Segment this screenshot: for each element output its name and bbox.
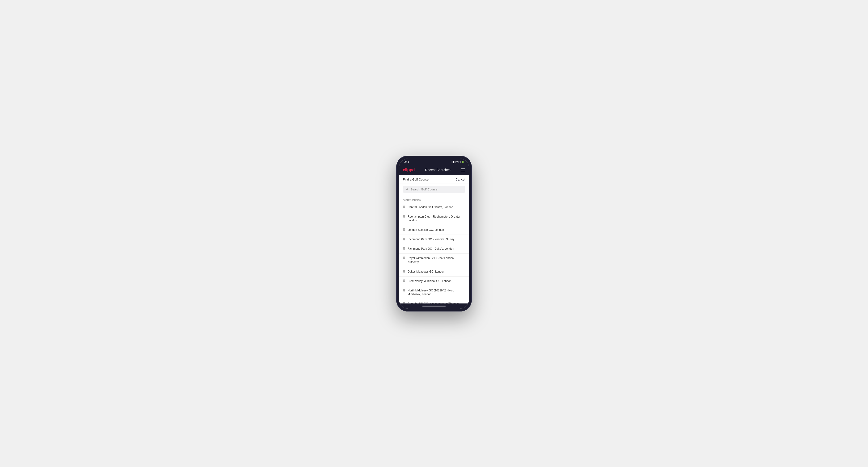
signal-icon: ▐▐▐ (451, 161, 456, 163)
svg-point-3 (404, 216, 404, 217)
course-list-item[interactable]: Royal Wimbledon GC, Great London Authori… (399, 254, 469, 267)
battery-icon: 🔋 (462, 161, 464, 163)
svg-point-2 (404, 206, 404, 207)
phone-device: 9:41 ▐▐▐ WiFi 🔋 clippd Recent Searches F… (396, 156, 472, 311)
status-icons: ▐▐▐ WiFi 🔋 (451, 161, 464, 163)
menu-bar-3 (461, 171, 465, 171)
home-indicator (399, 304, 469, 309)
wifi-icon: WiFi (457, 161, 461, 163)
phone-notch (422, 159, 446, 164)
course-list-item[interactable]: Central London Golf Centre, London (399, 203, 469, 212)
svg-point-4 (404, 229, 404, 230)
menu-icon[interactable] (461, 168, 465, 171)
location-pin-icon (403, 289, 405, 292)
course-name: Roehampton Club - Roehampton, Greater Lo… (408, 215, 465, 223)
cancel-button[interactable]: Cancel (456, 178, 465, 181)
find-header: Find a Golf Course Cancel (399, 175, 469, 184)
svg-point-5 (404, 238, 404, 239)
phone-screen: 9:41 ▐▐▐ WiFi 🔋 clippd Recent Searches F… (399, 159, 469, 309)
course-list-item[interactable]: Dukes Meadows GC, London (399, 267, 469, 277)
course-name: Central London Golf Centre, London (408, 205, 453, 209)
find-label: Find a Golf Course (403, 178, 429, 181)
home-bar (422, 306, 446, 307)
course-list: Central London Golf Centre, London Roeha… (399, 203, 469, 304)
app-header: clippd Recent Searches (399, 165, 469, 175)
course-list-item[interactable]: Richmond Park GC - Prince's, Surrey (399, 235, 469, 244)
course-name: Brent Valley Municipal GC, London (408, 279, 452, 283)
search-container (399, 184, 469, 196)
course-name: Richmond Park GC - Duke's, London (408, 247, 454, 251)
course-list-item[interactable]: Brent Valley Municipal GC, London (399, 277, 469, 286)
search-input[interactable] (410, 188, 462, 191)
course-name: London Scottish GC, London (408, 228, 444, 232)
search-input-wrapper (403, 186, 465, 193)
location-pin-icon (403, 247, 405, 251)
course-list-item[interactable]: London Scottish GC, London (399, 225, 469, 235)
search-icon (406, 188, 408, 191)
location-pin-icon (403, 206, 405, 209)
location-pin-icon (403, 270, 405, 274)
location-pin-icon (403, 215, 405, 219)
location-pin-icon (403, 228, 405, 232)
status-time: 9:41 (404, 160, 409, 163)
course-name: North Middlesex GC (1011942 - North Midd… (408, 289, 465, 297)
course-list-item[interactable]: Coombe Hill GC, Kingston upon Thames (399, 299, 469, 303)
svg-line-1 (408, 189, 408, 190)
menu-bar-1 (461, 168, 465, 169)
svg-point-8 (404, 271, 404, 272)
app-logo: clippd (403, 167, 415, 173)
svg-point-6 (404, 248, 404, 249)
location-pin-icon (403, 279, 405, 283)
location-pin-icon (403, 238, 405, 241)
header-title: Recent Searches (425, 168, 450, 172)
course-name: Richmond Park GC - Prince's, Surrey (408, 238, 454, 241)
course-list-item[interactable]: Roehampton Club - Roehampton, Greater Lo… (399, 212, 469, 226)
svg-point-7 (404, 257, 404, 258)
svg-point-10 (404, 289, 404, 290)
nearby-label: Nearby courses (399, 196, 469, 203)
menu-bar-2 (461, 170, 465, 170)
nearby-section: Nearby courses Central London Golf Centr… (399, 196, 469, 304)
course-name: Dukes Meadows GC, London (408, 270, 445, 274)
course-list-item[interactable]: North Middlesex GC (1011942 - North Midd… (399, 286, 469, 300)
svg-point-9 (404, 280, 404, 281)
location-pin-icon (403, 256, 405, 260)
course-name: Royal Wimbledon GC, Great London Authori… (408, 256, 465, 264)
content-area: Find a Golf Course Cancel Nearby (399, 175, 469, 304)
course-list-item[interactable]: Richmond Park GC - Duke's, London (399, 244, 469, 254)
